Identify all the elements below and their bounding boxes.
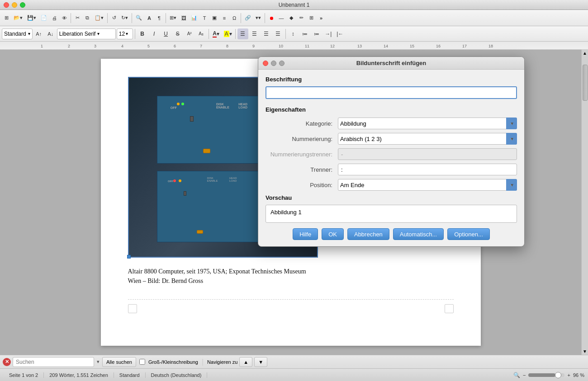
- undo-btn[interactable]: ↺: [109, 12, 119, 24]
- superscript-btn[interactable]: A²: [184, 28, 195, 39]
- caption-dialog[interactable]: Bildunterschrift einfügen Beschriftung E…: [258, 56, 525, 247]
- strikethrough-btn[interactable]: S: [172, 28, 183, 39]
- fmt-sep2: [209, 29, 209, 39]
- linespace-btn[interactable]: ↕: [288, 28, 299, 39]
- subscript-btn[interactable]: A₂: [196, 28, 207, 39]
- corner-mark-left: [128, 304, 137, 313]
- find-dropdown-btn[interactable]: ▾: [96, 359, 100, 365]
- scroll-up-arrow[interactable]: ▲: [583, 50, 587, 56]
- increase-indent-btn[interactable]: →|: [323, 28, 334, 39]
- zoom-icon: 🔍: [513, 372, 520, 378]
- align-justify-btn[interactable]: ☰: [273, 28, 284, 39]
- kategorie-select-wrapper: Abbildung ▾: [338, 118, 517, 129]
- zoom-slider-thumb[interactable]: [555, 372, 561, 378]
- ok-button[interactable]: OK: [322, 228, 344, 240]
- abbrechen-button[interactable]: Abbrechen: [347, 228, 389, 240]
- position-row: Position: Am Ende ▾: [266, 179, 517, 191]
- new-doc-btn[interactable]: ⊞: [2, 12, 11, 24]
- toolbar-formatting: Standard ▾ A↑ A↓ Liberation Serif ▾ 12 ▾…: [0, 26, 588, 42]
- find-close-button[interactable]: ✕: [3, 358, 11, 366]
- grid-btn[interactable]: ⊞: [307, 12, 316, 24]
- vorschau-label: Vorschau: [266, 194, 517, 201]
- minimize-button[interactable]: [12, 2, 17, 8]
- kategorie-select[interactable]: Abbildung: [338, 118, 517, 129]
- dialog-close-btn[interactable]: [263, 61, 268, 66]
- open-btn[interactable]: 📂▾: [12, 12, 24, 24]
- trenner-input[interactable]: [338, 164, 517, 175]
- find-all-button[interactable]: Alle suchen: [102, 357, 136, 367]
- case-sensitive-checkbox[interactable]: [139, 359, 145, 365]
- special-btn[interactable]: Ω: [230, 12, 239, 24]
- align-center-btn[interactable]: ☰: [249, 28, 260, 39]
- para-btn[interactable]: ¶: [155, 12, 164, 24]
- charformat-btn[interactable]: A: [145, 12, 154, 24]
- align-left-btn[interactable]: ☰: [237, 28, 248, 39]
- overflow-btn[interactable]: »: [317, 12, 326, 24]
- redo-btn[interactable]: ↻▾: [119, 12, 130, 24]
- font-color-btn[interactable]: A▾: [211, 28, 222, 39]
- maximize-button[interactable]: [20, 2, 25, 8]
- paragraph-style-select[interactable]: Standard ▾: [2, 28, 33, 39]
- eigenschaften-label: Eigenschaften: [266, 106, 517, 113]
- bullets-btn[interactable]: ≔: [299, 28, 310, 39]
- caption-btn[interactable]: ≡: [220, 12, 229, 24]
- nav-down-button[interactable]: ▼: [254, 357, 267, 367]
- nummerierung-select[interactable]: Arabisch (1 2 3): [338, 133, 517, 145]
- underline-btn[interactable]: U: [161, 28, 171, 39]
- zoom-slider[interactable]: [528, 373, 564, 377]
- highlight-btn[interactable]: A▾: [223, 28, 233, 39]
- zoom-level[interactable]: 96 %: [573, 372, 584, 378]
- italic-btn[interactable]: I: [149, 28, 160, 39]
- search-input[interactable]: [13, 357, 94, 367]
- table-btn[interactable]: ⊞▾: [168, 12, 178, 24]
- find-btn[interactable]: 🔍: [134, 12, 144, 24]
- automatisch-button[interactable]: Automatisch...: [393, 228, 444, 240]
- beschriftung-label: Beschriftung: [266, 76, 517, 83]
- toolbar-main: ⊞ 📂▾ 💾▾ 📄 🖨 👁 ✂ ⧉ 📋▾ ↺ ↻▾ 🔍 A ¶ ⊞▾ 🖼 📊 T…: [0, 10, 588, 26]
- align-right-btn[interactable]: ☰: [261, 28, 272, 39]
- scroll-down-arrow[interactable]: ▼: [583, 349, 587, 355]
- scrollbar-thumb[interactable]: [583, 65, 588, 101]
- zoom-minus[interactable]: −: [523, 372, 526, 378]
- pdf-btn[interactable]: 📄: [39, 12, 49, 24]
- dialog-max-btn: [279, 61, 285, 66]
- status-bar: Seite 1 von 2 209 Wörter, 1.551 Zeichen …: [0, 368, 588, 381]
- position-select[interactable]: Am Ende: [338, 179, 517, 191]
- cut-btn[interactable]: ✂: [73, 12, 82, 24]
- sep3: [132, 13, 132, 23]
- optionen-button[interactable]: Optionen...: [447, 228, 490, 240]
- dialog-body: Beschriftung Eigenschaften Kategorie: Ab…: [258, 70, 524, 246]
- shape-btn[interactable]: ◆: [287, 12, 296, 24]
- save-btn[interactable]: 💾▾: [25, 12, 38, 24]
- preview-btn[interactable]: 👁: [60, 12, 69, 24]
- paste-btn[interactable]: 📋▾: [93, 12, 105, 24]
- sep6: [265, 13, 265, 23]
- hilfe-button[interactable]: Hilfe: [293, 228, 318, 240]
- record-btn[interactable]: ⏺: [267, 12, 276, 24]
- frame-btn[interactable]: ▣: [210, 12, 219, 24]
- vertical-scrollbar[interactable]: ▲ ▼: [581, 50, 588, 355]
- image-btn[interactable]: 🖼: [179, 12, 188, 24]
- copy-btn[interactable]: ⧉: [83, 12, 92, 24]
- nav-up-button[interactable]: ▲: [239, 357, 252, 367]
- sep1: [71, 13, 71, 23]
- font-size-up-btn[interactable]: A↑: [33, 28, 44, 39]
- font-size-down-btn[interactable]: A↓: [45, 28, 56, 39]
- draw-btn[interactable]: ✏: [297, 12, 306, 24]
- decrease-indent-btn[interactable]: |←: [335, 28, 346, 39]
- font-size-select[interactable]: 12 ▾: [117, 28, 133, 39]
- print-btn[interactable]: 🖨: [50, 12, 59, 24]
- hyperlink-btn[interactable]: 🔗: [243, 12, 253, 24]
- caption-text-input[interactable]: [266, 86, 517, 99]
- chart-btn[interactable]: 📊: [189, 12, 199, 24]
- textbox-btn[interactable]: T: [200, 12, 209, 24]
- dialog-traffic-lights: [263, 61, 285, 66]
- numbering-btn[interactable]: ≔: [311, 28, 322, 39]
- font-name-select[interactable]: Liberation Serif ▾: [57, 28, 116, 39]
- zoom-plus[interactable]: +: [567, 372, 570, 378]
- close-button[interactable]: [4, 2, 9, 8]
- more-btn[interactable]: ▾▾: [254, 12, 263, 24]
- nummerierungstrenner-input[interactable]: [338, 148, 517, 160]
- line-btn[interactable]: —: [277, 12, 286, 24]
- bold-btn[interactable]: B: [137, 28, 148, 39]
